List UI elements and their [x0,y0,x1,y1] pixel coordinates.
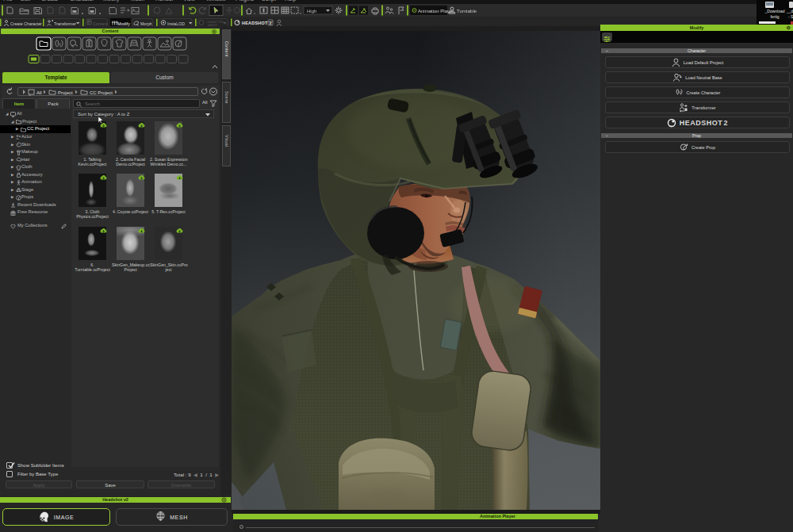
svg-text:High: High [307,9,316,13]
svg-text:Create Character: Create Character [10,21,42,26]
svg-text:Transformer: Transformer [54,21,76,26]
svg-text:Modify: Modify [117,21,130,26]
svg-text:HEADSHOT 2: HEADSHOT 2 [242,21,272,25]
svg-text:Turntable: Turntable [457,9,477,13]
svg-text:Content: Content [93,21,108,26]
svg-text:All: All [36,90,42,95]
svg-text:Animation Player: Animation Player [418,9,454,13]
svg-text:InstaLOD: InstaLOD [167,21,185,26]
svg-text:CC Project: CC Project [90,90,113,95]
svg-text:Morph: Morph [140,21,152,26]
svg-text:Project: Project [58,90,73,95]
